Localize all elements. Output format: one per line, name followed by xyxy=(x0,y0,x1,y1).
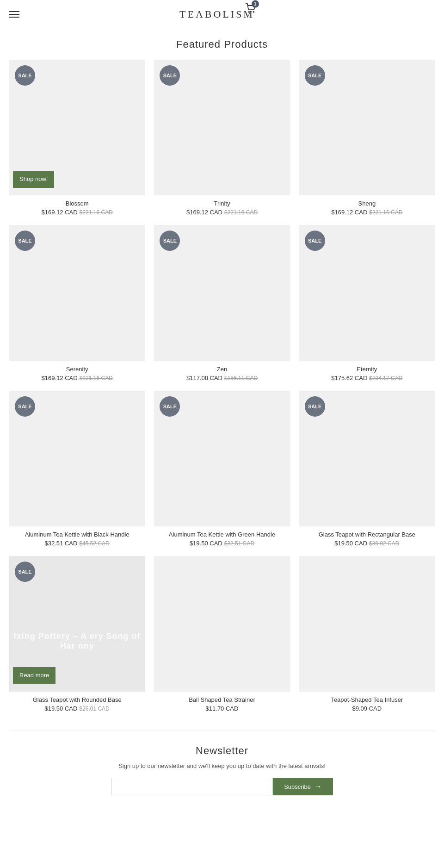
sale-price: $19.50 CAD xyxy=(334,540,367,547)
newsletter-input[interactable] xyxy=(111,778,273,795)
read-more-button-glass-rounded[interactable]: Read more xyxy=(13,667,56,684)
sale-price: $169.12 CAD xyxy=(42,375,78,381)
product-card-teapot-infuser[interactable]: Teapot-Shaped Tea Infuser$9.09 CAD xyxy=(299,556,435,712)
sale-badge-trinity: SALE xyxy=(160,65,180,86)
sale-price: $169.12 CAD xyxy=(186,209,222,216)
product-card-trinity[interactable]: SALETrinity$169.12 CAD$221.16 CAD xyxy=(154,60,290,216)
arrow-icon: → xyxy=(314,782,322,791)
site-header: TEABOLISM 1 xyxy=(0,0,444,29)
original-price: $26.01 CAD xyxy=(79,706,109,712)
product-image-glass-rect: SALE xyxy=(299,391,435,526)
sale-badge-glass-rounded: SALE xyxy=(15,562,35,582)
product-price-aluminum-black: $32.51 CAD$45.52 CAD xyxy=(9,540,145,547)
product-price-eternity: $175.62 CAD$234.17 CAD xyxy=(299,375,435,381)
product-price-glass-rect: $19.50 CAD$39.02 CAD xyxy=(299,540,435,547)
product-card-eternity[interactable]: SALEEternity$175.62 CAD$234.17 CAD xyxy=(299,225,435,381)
product-image-sheng: SALE xyxy=(299,60,435,195)
sale-price: $19.50 CAD xyxy=(190,540,222,547)
product-name-aluminum-black: Aluminum Tea Kettle with Black Handle xyxy=(9,531,145,538)
product-card-sheng[interactable]: SALESheng$169.12 CAD$221.16 CAD xyxy=(299,60,435,216)
newsletter-section: Newsletter Sign up to our newsletter and… xyxy=(9,731,435,814)
product-price-trinity: $169.12 CAD$221.16 CAD xyxy=(154,209,290,216)
product-grid: SALEShop now!Blossom$169.12 CAD$221.16 C… xyxy=(9,60,435,712)
shop-now-button-blossom[interactable]: Shop now! xyxy=(13,171,54,188)
product-name-blossom: Blossom xyxy=(9,200,145,207)
newsletter-subtitle: Sign up to our newsletter and we'll keep… xyxy=(18,762,426,769)
sale-price: $169.12 CAD xyxy=(42,209,78,216)
svg-point-1 xyxy=(253,11,254,12)
product-card-blossom[interactable]: SALEShop now!Blossom$169.12 CAD$221.16 C… xyxy=(9,60,145,216)
original-price: $45.52 CAD xyxy=(79,540,109,547)
product-image-ball-strainer xyxy=(154,556,290,692)
product-price-ball-strainer: $11.70 CAD xyxy=(154,705,290,712)
original-price: $221.16 CAD xyxy=(224,209,258,216)
sale-badge-blossom: SALE xyxy=(15,65,35,86)
product-card-aluminum-black[interactable]: SALEAluminum Tea Kettle with Black Handl… xyxy=(9,391,145,547)
site-logo[interactable]: TEABOLISM xyxy=(179,8,254,20)
sale-price: $19.50 CAD xyxy=(45,705,78,712)
svg-point-0 xyxy=(248,11,249,12)
sale-badge-eternity: SALE xyxy=(305,231,325,251)
original-price: $156.11 CAD xyxy=(224,375,258,381)
product-card-glass-rect[interactable]: SALEGlass Teapot with Rectangular Base$1… xyxy=(299,391,435,547)
product-name-serenity: Serenity xyxy=(9,366,145,373)
sale-price: $32.51 CAD xyxy=(45,540,78,547)
sale-price: $169.12 CAD xyxy=(331,209,367,216)
product-card-aluminum-green[interactable]: SALEAluminum Tea Kettle with Green Handl… xyxy=(154,391,290,547)
cart-count: 1 xyxy=(252,0,259,7)
product-image-serenity: SALE xyxy=(9,225,145,361)
original-price: $221.16 CAD xyxy=(369,209,402,216)
product-image-teapot-infuser xyxy=(299,556,435,692)
product-name-zen: Zen xyxy=(154,366,290,373)
product-price-aluminum-green: $19.50 CAD$32.51 CAD xyxy=(154,540,290,547)
product-name-sheng: Sheng xyxy=(299,200,435,207)
product-card-zen[interactable]: SALEZen$117.08 CAD$156.11 CAD xyxy=(154,225,290,381)
product-image-glass-rounded: SALEixing Pottery – A ery Song of Har on… xyxy=(9,556,145,692)
product-image-aluminum-green: SALE xyxy=(154,391,290,526)
original-price: $234.17 CAD xyxy=(369,375,402,381)
original-price: $32.51 CAD xyxy=(224,540,254,547)
sale-price: $175.62 CAD xyxy=(331,375,367,381)
product-name-glass-rounded: Glass Teapot with Rounded Base xyxy=(9,696,145,703)
sale-price: $117.08 CAD xyxy=(186,375,222,381)
newsletter-form: Subscribe → xyxy=(111,778,333,795)
product-price-serenity: $169.12 CAD$221.16 CAD xyxy=(9,375,145,381)
product-price-zen: $117.08 CAD$156.11 CAD xyxy=(154,375,290,381)
product-image-eternity: SALE xyxy=(299,225,435,361)
cart-button[interactable]: 1 xyxy=(245,3,255,14)
sale-badge-serenity: SALE xyxy=(15,231,35,251)
featured-title: Featured Products xyxy=(9,38,435,50)
product-card-glass-rounded[interactable]: SALEixing Pottery – A ery Song of Har on… xyxy=(9,556,145,712)
newsletter-title: Newsletter xyxy=(18,745,426,757)
product-price-sheng: $169.12 CAD$221.16 CAD xyxy=(299,209,435,216)
product-card-ball-strainer[interactable]: Ball Shaped Tea Strainer$11.70 CAD xyxy=(154,556,290,712)
product-card-serenity[interactable]: SALESerenity$169.12 CAD$221.16 CAD xyxy=(9,225,145,381)
sale-badge-sheng: SALE xyxy=(305,65,325,86)
product-name-trinity: Trinity xyxy=(154,200,290,207)
original-price: $221.16 CAD xyxy=(80,209,113,216)
sale-badge-aluminum-black: SALE xyxy=(15,396,35,417)
product-price-glass-rounded: $19.50 CAD$26.01 CAD xyxy=(9,705,145,712)
sale-badge-glass-rect: SALE xyxy=(305,396,325,417)
menu-button[interactable] xyxy=(9,11,19,18)
product-name-glass-rect: Glass Teapot with Rectangular Base xyxy=(299,531,435,538)
product-name-aluminum-green: Aluminum Tea Kettle with Green Handle xyxy=(154,531,290,538)
product-image-zen: SALE xyxy=(154,225,290,361)
product-image-blossom: SALEShop now! xyxy=(9,60,145,195)
product-price-teapot-infuser: $9.09 CAD xyxy=(299,705,435,712)
banner-text: ixing Pottery – A ery Song of Har ony xyxy=(9,631,145,651)
product-image-aluminum-black: SALE xyxy=(9,391,145,526)
product-name-eternity: Eternity xyxy=(299,366,435,373)
product-image-trinity: SALE xyxy=(154,60,290,195)
main-content: Featured Products SALEShop now!Blossom$1… xyxy=(0,29,444,832)
product-name-ball-strainer: Ball Shaped Tea Strainer xyxy=(154,696,290,703)
sale-badge-zen: SALE xyxy=(160,231,180,251)
product-price-blossom: $169.12 CAD$221.16 CAD xyxy=(9,209,145,216)
sale-badge-aluminum-green: SALE xyxy=(160,396,180,417)
subscribe-button[interactable]: Subscribe → xyxy=(273,778,333,795)
original-price: $221.16 CAD xyxy=(80,375,113,381)
product-name-teapot-infuser: Teapot-Shaped Tea Infuser xyxy=(299,696,435,703)
original-price: $39.02 CAD xyxy=(369,540,399,547)
